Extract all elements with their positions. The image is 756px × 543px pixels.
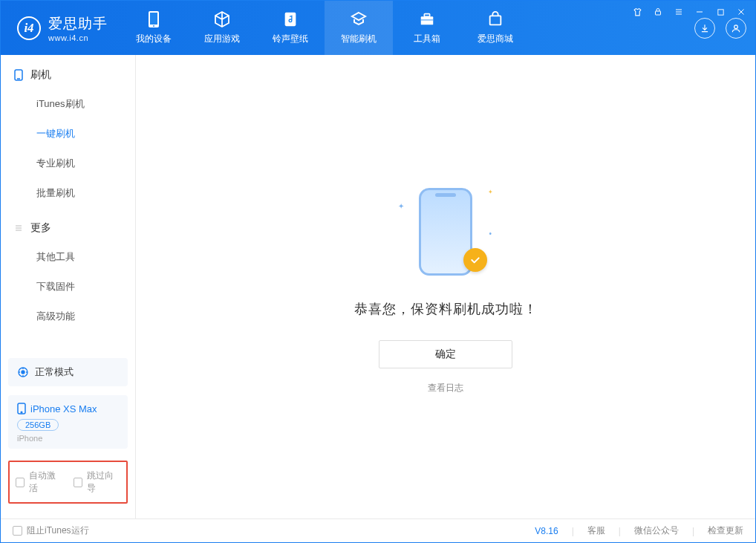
refresh-icon bbox=[350, 10, 368, 28]
sidebar-item-itunes-flash[interactable]: iTunes刷机 bbox=[1, 89, 135, 119]
support-link[interactable]: 客服 bbox=[587, 524, 605, 537]
device-info-card[interactable]: iPhone XS Max 256GB iPhone bbox=[8, 395, 128, 449]
menu-icon bbox=[14, 224, 23, 233]
nav-label: 智能刷机 bbox=[341, 33, 377, 45]
tshirt-icon[interactable] bbox=[632, 7, 642, 17]
svg-point-25 bbox=[21, 412, 22, 413]
phone-icon bbox=[14, 69, 23, 81]
separator: | bbox=[692, 526, 694, 536]
sidebar-section-flash: 刷机 bbox=[1, 55, 135, 89]
sparkle-icon: ✦ bbox=[398, 202, 404, 210]
checkbox-icon bbox=[16, 478, 25, 487]
toolbox-icon bbox=[418, 10, 436, 28]
separator: | bbox=[572, 526, 574, 536]
svg-rect-0 bbox=[656, 11, 661, 15]
checkbox-block-itunes[interactable]: 阻止iTunes运行 bbox=[13, 524, 89, 537]
nav-label: 爱思商城 bbox=[478, 33, 513, 45]
checkbox-label: 自动激活 bbox=[29, 469, 62, 495]
sidebar-section-more: 更多 bbox=[1, 208, 135, 242]
logo-badge-icon: i4 bbox=[17, 16, 41, 40]
sidebar-item-advanced[interactable]: 高级功能 bbox=[1, 302, 135, 331]
sidebar: 刷机 iTunes刷机 一键刷机 专业刷机 批量刷机 更多 其他工具 下载固件 … bbox=[1, 55, 136, 518]
app-name-cn: 爱思助手 bbox=[48, 14, 108, 33]
sparkle-icon: ✦ bbox=[488, 189, 493, 195]
lock-icon[interactable] bbox=[653, 7, 663, 17]
sparkle-icon: • bbox=[489, 230, 492, 238]
user-button[interactable] bbox=[726, 18, 746, 39]
svg-rect-13 bbox=[424, 14, 429, 17]
device-storage-tag: 256GB bbox=[17, 419, 59, 431]
cart-icon bbox=[486, 10, 504, 28]
checkbox-icon bbox=[13, 526, 22, 536]
device-phone-icon bbox=[17, 403, 26, 414]
nav-label: 应用游戏 bbox=[204, 33, 240, 45]
sidebar-item-batch-flash[interactable]: 批量刷机 bbox=[1, 178, 135, 208]
sidebar-section-title: 更多 bbox=[30, 221, 51, 235]
separator: | bbox=[619, 526, 621, 536]
menu-icon[interactable] bbox=[674, 7, 684, 17]
sidebar-item-download-firmware[interactable]: 下载固件 bbox=[1, 272, 135, 302]
version-label: V8.16 bbox=[535, 526, 558, 536]
app-logo: i4 爱思助手 www.i4.cn bbox=[1, 1, 120, 55]
svg-rect-9 bbox=[150, 13, 157, 25]
flash-options-highlight: 自动激活 跳过向导 bbox=[8, 461, 128, 504]
minimize-button[interactable] bbox=[694, 7, 705, 17]
wechat-link[interactable]: 微信公众号 bbox=[634, 524, 679, 537]
checkbox-auto-activate[interactable]: 自动激活 bbox=[16, 469, 63, 495]
checkbox-label: 跳过向导 bbox=[87, 469, 120, 495]
nav-smart-flash[interactable]: 智能刷机 bbox=[325, 1, 393, 55]
nav-label: 工具箱 bbox=[414, 33, 440, 45]
svg-point-16 bbox=[734, 25, 738, 28]
app-window: i4 爱思助手 www.i4.cn 我的设备 应用游戏 铃声壁纸 智能刷机 bbox=[0, 0, 756, 543]
music-icon bbox=[282, 10, 299, 28]
body: 刷机 iTunes刷机 一键刷机 专业刷机 批量刷机 更多 其他工具 下载固件 … bbox=[1, 55, 755, 518]
nav-label: 我的设备 bbox=[136, 33, 172, 45]
device-icon bbox=[147, 10, 160, 28]
maximize-button[interactable] bbox=[715, 7, 726, 17]
statusbar-right: V8.16 | 客服 | 微信公众号 | 检查更新 bbox=[535, 524, 743, 537]
checkbox-skip-guide[interactable]: 跳过向导 bbox=[74, 469, 121, 495]
svg-rect-5 bbox=[717, 9, 723, 14]
check-badge-icon bbox=[463, 248, 487, 272]
checkbox-icon bbox=[74, 478, 82, 487]
sidebar-item-pro-flash[interactable]: 专业刷机 bbox=[1, 149, 135, 178]
sidebar-item-onekey-flash[interactable]: 一键刷机 bbox=[1, 119, 135, 149]
device-mode-card[interactable]: 正常模式 bbox=[8, 358, 128, 386]
window-controls bbox=[632, 7, 746, 17]
confirm-button[interactable]: 确定 bbox=[379, 340, 512, 368]
check-update-link[interactable]: 检查更新 bbox=[708, 524, 743, 537]
sidebar-item-other-tools[interactable]: 其他工具 bbox=[1, 242, 135, 272]
svg-rect-12 bbox=[421, 16, 434, 25]
sidebar-spacer bbox=[1, 331, 135, 354]
cube-icon bbox=[213, 10, 231, 28]
close-button[interactable] bbox=[736, 7, 746, 17]
statusbar: 阻止iTunes运行 V8.16 | 客服 | 微信公众号 | 检查更新 bbox=[1, 518, 755, 542]
success-illustration: ✦ ✦ • bbox=[401, 180, 490, 284]
device-name: iPhone XS Max bbox=[30, 403, 97, 414]
mode-icon bbox=[17, 366, 29, 378]
nav-label: 铃声壁纸 bbox=[273, 33, 308, 45]
nav-toolbox[interactable]: 工具箱 bbox=[393, 1, 461, 55]
main-content: ✦ ✦ • 恭喜您，保资料刷机成功啦！ 确定 查看日志 bbox=[136, 55, 755, 518]
svg-point-10 bbox=[153, 25, 154, 27]
nav-ringtones[interactable]: 铃声壁纸 bbox=[256, 1, 325, 55]
device-mode-label: 正常模式 bbox=[35, 365, 74, 379]
view-log-link[interactable]: 查看日志 bbox=[428, 382, 463, 394]
device-platform: iPhone bbox=[17, 434, 119, 443]
success-message: 恭喜您，保资料刷机成功啦！ bbox=[354, 300, 538, 318]
download-button[interactable] bbox=[694, 18, 715, 39]
nav-apps-games[interactable]: 应用游戏 bbox=[188, 1, 256, 55]
phone-notch bbox=[435, 193, 456, 197]
main-nav: 我的设备 应用游戏 铃声壁纸 智能刷机 工具箱 爱思商城 bbox=[120, 1, 529, 55]
nav-store[interactable]: 爱思商城 bbox=[461, 1, 529, 55]
sidebar-section-title: 刷机 bbox=[30, 68, 51, 82]
app-name-en: www.i4.cn bbox=[48, 33, 108, 42]
checkbox-label: 阻止iTunes运行 bbox=[27, 524, 89, 537]
svg-rect-15 bbox=[490, 16, 501, 25]
logo-text: 爱思助手 www.i4.cn bbox=[48, 14, 108, 42]
svg-point-23 bbox=[22, 371, 25, 374]
nav-my-device[interactable]: 我的设备 bbox=[120, 1, 188, 55]
